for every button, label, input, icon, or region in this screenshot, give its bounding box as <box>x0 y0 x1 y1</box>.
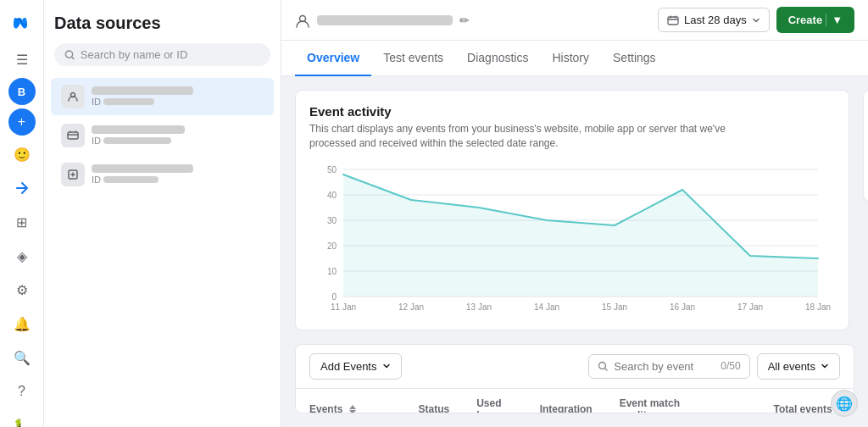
sidebar-item-2[interactable]: ID <box>51 117 274 154</box>
sidebar-item-text-2: ID <box>92 125 264 146</box>
topbar-left: ✏ <box>295 13 470 28</box>
search-icon-button[interactable]: 🔍 <box>7 342 37 373</box>
svg-text:50: 50 <box>327 165 337 175</box>
search-box[interactable] <box>54 43 270 66</box>
sidebar-item-name-2 <box>92 125 185 134</box>
add-events-label: Add Events <box>320 360 377 373</box>
side-panel: 2 active integrations Manage Integration… <box>863 90 868 330</box>
sidebar-item-3[interactable]: ID <box>51 156 274 193</box>
sidebar-header: Data sources <box>44 0 281 73</box>
tab-diagnostics[interactable]: Diagnostics <box>455 41 540 76</box>
diamond-icon-button[interactable]: ◈ <box>7 241 37 271</box>
sidebar-item-id-2: ID <box>92 136 264 146</box>
sidebar-item-name-1 <box>92 86 193 95</box>
events-section: Add Events 0/50 All events <box>295 344 854 413</box>
sidebar-item-id-1: ID <box>92 97 264 107</box>
date-picker[interactable]: Last 28 days <box>658 8 770 32</box>
events-search-icon <box>598 361 609 372</box>
create-dropdown-arrow[interactable]: ▼ <box>826 14 843 26</box>
add-events-chevron-icon <box>382 362 391 370</box>
sidebar-item-icon-1 <box>61 85 85 108</box>
svg-rect-5 <box>668 17 678 25</box>
chevron-down-icon <box>752 16 760 25</box>
main: ✏ Last 28 days Create ▼ Overview Test ev… <box>281 0 868 427</box>
events-toolbar: Add Events 0/50 All events <box>296 345 854 389</box>
integrations-card: 2 active integrations Manage Integration… <box>863 90 868 202</box>
sidebar-item-name-3 <box>92 164 193 173</box>
question-icon-button[interactable]: ? <box>7 376 37 407</box>
sidebar-item-icon-3 <box>61 163 85 186</box>
col-status: Status <box>404 389 463 413</box>
sidebar-item-text-1: ID <box>92 86 264 107</box>
calendar-icon <box>667 14 679 26</box>
search-icon <box>64 49 75 61</box>
events-search-count: 0/50 <box>721 360 740 372</box>
svg-text:11 Jan: 11 Jan <box>331 302 356 312</box>
sidebar-list: ID ID ID <box>44 73 281 427</box>
events-search-box[interactable]: 0/50 <box>588 354 749 379</box>
create-button[interactable]: Create ▼ <box>776 7 854 33</box>
col-event-match-quality: Event match quality <box>606 389 715 413</box>
tab-history[interactable]: History <box>540 41 601 76</box>
svg-text:17 Jan: 17 Jan <box>737 302 763 312</box>
sidebar-item-text-3: ID <box>92 164 264 185</box>
sidebar-item-icon-2 <box>61 124 85 147</box>
events-table: Events Status Used by Integration Event … <box>296 389 854 413</box>
events-filter[interactable]: All events <box>757 353 840 380</box>
svg-text:13 Jan: 13 Jan <box>466 302 492 312</box>
chart-description: This chart displays any events from your… <box>309 122 733 151</box>
add-events-button[interactable]: Add Events <box>309 353 402 380</box>
event-activity-chart: 50 40 30 20 10 0 11 Jan <box>309 161 835 313</box>
svg-text:12 Jan: 12 Jan <box>398 302 424 312</box>
sidebar-item-id-bar-1 <box>103 98 154 105</box>
svg-text:10: 10 <box>327 267 337 276</box>
col-used-by: Used by <box>463 389 526 413</box>
chart-container: 50 40 30 20 10 0 11 Jan <box>309 161 835 316</box>
create-label: Create <box>788 14 822 26</box>
events-search: 0/50 All events <box>588 353 840 380</box>
svg-text:16 Jan: 16 Jan <box>670 302 695 312</box>
sidebar-item-1[interactable]: ID <box>51 78 274 115</box>
svg-text:30: 30 <box>327 216 337 225</box>
svg-text:14 Jan: 14 Jan <box>534 302 559 312</box>
user-avatar-button[interactable]: B <box>8 78 36 105</box>
events-search-input[interactable] <box>614 360 715 373</box>
topbar: ✏ Last 28 days Create ▼ <box>281 0 868 41</box>
sidebar-item-id-bar-2 <box>103 137 171 144</box>
events-filter-label: All events <box>768 360 815 373</box>
chart-title: Event activity <box>309 104 835 119</box>
tab-settings[interactable]: Settings <box>601 41 668 76</box>
events-table-header-row: Events Status Used by Integration Event … <box>296 389 854 413</box>
edit-icon[interactable]: ✏ <box>459 14 470 27</box>
sidebar-item-id-bar-3 <box>103 176 159 183</box>
hamburger-button[interactable]: ☰ <box>7 44 37 75</box>
sidebar: Data sources ID <box>44 0 281 427</box>
face-icon-button[interactable]: 🙂 <box>7 139 37 169</box>
icon-bar: ☰ B + 🙂 ⊞ ◈ ⚙ 🔔 🔍 ? 🐛 ☰ <box>0 0 44 427</box>
globe-button[interactable]: 🌐 <box>831 390 858 417</box>
svg-text:18 Jan: 18 Jan <box>805 302 831 312</box>
content: Event activity This chart displays any e… <box>281 76 868 427</box>
topbar-right: Last 28 days Create ▼ <box>658 7 854 33</box>
svg-text:20: 20 <box>327 241 337 251</box>
svg-text:40: 40 <box>327 191 337 200</box>
grid-icon-button[interactable]: ⊞ <box>7 207 37 237</box>
arrow-icon-button[interactable] <box>7 173 37 203</box>
plus-button[interactable]: + <box>8 108 36 136</box>
sidebar-title: Data sources <box>54 14 270 33</box>
tab-overview[interactable]: Overview <box>295 41 371 76</box>
events-table-head: Events Status Used by Integration Event … <box>296 389 854 413</box>
tabs: Overview Test events Diagnostics History… <box>281 41 868 76</box>
person-icon <box>295 13 310 28</box>
bell-icon-button[interactable]: 🔔 <box>7 308 37 339</box>
tab-test-events[interactable]: Test events <box>371 41 455 76</box>
events-sort-icon[interactable] <box>349 405 356 413</box>
topbar-name-bar <box>317 15 453 25</box>
svg-text:15 Jan: 15 Jan <box>602 302 627 312</box>
date-range-label: Last 28 days <box>684 14 747 26</box>
meta-logo <box>7 7 37 37</box>
svg-rect-2 <box>68 132 78 139</box>
bug-icon-button[interactable]: 🐛 <box>7 410 37 427</box>
gear-icon-button[interactable]: ⚙ <box>7 274 37 305</box>
search-input[interactable] <box>81 48 260 61</box>
